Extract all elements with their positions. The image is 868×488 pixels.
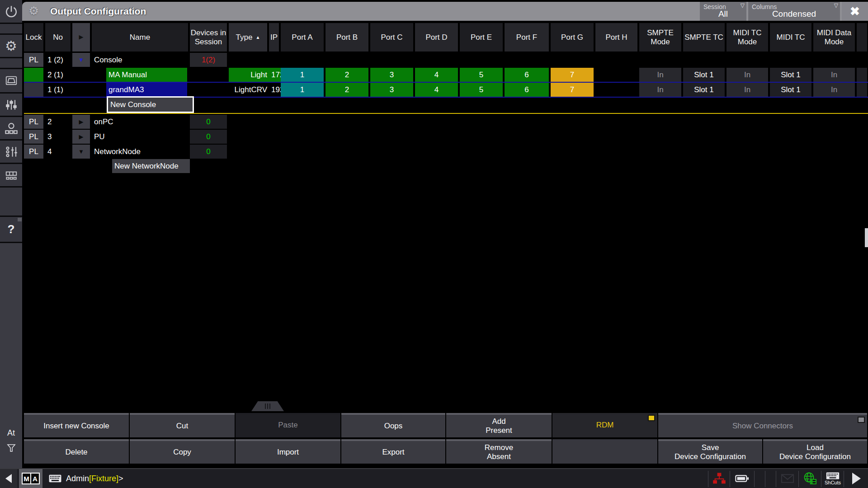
web-remote-button[interactable] <box>799 469 821 488</box>
command-prompt[interactable]: Admin[Fixture]> <box>66 474 123 483</box>
toolbar-button-insert-new-console[interactable]: Insert new Console <box>24 413 129 437</box>
cell-ma-manual-portA[interactable]: 1 <box>281 68 324 82</box>
cell-grandma3-portG[interactable]: 7 <box>551 83 594 97</box>
messages-button[interactable] <box>777 469 798 488</box>
toolbar-button-remove-absent[interactable]: Remove Absent <box>446 439 552 464</box>
cell-grandma3-type[interactable]: LightCRV <box>229 83 270 97</box>
session-dropdown[interactable]: Session All ▽ <box>700 2 746 21</box>
column-header-expand[interactable]: ▶ <box>72 23 90 52</box>
network-status-button[interactable] <box>709 469 730 488</box>
toolbar-button-rdm[interactable]: RDM <box>552 413 657 437</box>
column-header-smpteMode[interactable]: SMPTE Mode <box>639 23 681 52</box>
faders-button[interactable] <box>0 94 22 116</box>
cell-ma-manual-no[interactable]: 2 (1) <box>45 68 73 82</box>
cell-ma-manual-portD[interactable]: 4 <box>415 68 458 82</box>
cell-grandma3-smpteMode[interactable]: In <box>639 83 681 97</box>
network-button[interactable] <box>0 117 22 139</box>
column-header-portD[interactable]: Port D <box>415 23 458 52</box>
cell-grandma3-midiTC[interactable]: Slot 1 <box>770 83 811 97</box>
cell-grandma3-portA[interactable]: 1 <box>281 83 324 97</box>
cell-onpc-no[interactable]: 2 <box>45 115 73 129</box>
toolbar-button-add-present[interactable]: Add Present <box>446 413 552 437</box>
cell-grandma3-no[interactable]: 1 (1) <box>45 83 73 97</box>
cell-onpc-expand[interactable]: ▶ <box>72 115 90 129</box>
cell-grandma3-nameChild[interactable]: grandMA3 <box>106 83 187 97</box>
cell-console-no[interactable]: 1 (2) <box>45 53 73 67</box>
cell-pu-name[interactable]: PU <box>92 130 190 144</box>
close-button[interactable]: ✖ <box>842 2 868 21</box>
cell-grandma3-portE[interactable]: 5 <box>460 83 503 97</box>
cell-pu-lock[interactable]: PL <box>24 130 43 144</box>
cell-ma-manual-portB[interactable]: 2 <box>326 68 368 82</box>
column-header-portA[interactable]: Port A <box>281 23 324 52</box>
at-label[interactable]: At <box>0 428 22 438</box>
cell-onpc-name[interactable]: onPC <box>92 115 190 129</box>
column-header-lock[interactable]: Lock <box>24 23 43 52</box>
cell-grandma3-midiDataMode[interactable]: In <box>813 83 855 97</box>
cell-console-name[interactable]: Console <box>92 53 190 67</box>
cell-grandma3-midiTCMode[interactable]: In <box>726 83 768 97</box>
cell-onpc-devices[interactable]: 0 <box>190 115 227 129</box>
toolbar-button-row2-empty-5[interactable] <box>552 439 657 464</box>
column-header-devices[interactable]: Devices in Session <box>190 23 227 52</box>
column-header-type[interactable]: Type▲ <box>229 23 267 52</box>
column-header-smpteTC[interactable]: SMPTE TC <box>683 23 725 52</box>
console-keys-button[interactable] <box>0 164 22 186</box>
view-button[interactable] <box>0 69 22 92</box>
keyboard-button[interactable] <box>49 474 61 484</box>
cell-ma-manual-midiDataMode[interactable]: In <box>813 68 855 82</box>
column-header-midiTCMode[interactable]: MIDI TC Mode <box>726 23 768 52</box>
column-header-pad[interactable] <box>857 23 867 52</box>
toolbar-button-paste[interactable]: Paste <box>236 413 340 437</box>
new-networknode-cell[interactable]: New NetworkNode <box>112 159 190 173</box>
cell-ma-manual-portF[interactable]: 6 <box>505 68 549 82</box>
cell-ma-manual-smpteMode[interactable]: In <box>639 68 681 82</box>
cell-onpc-lock[interactable]: PL <box>24 115 43 129</box>
cell-ma-manual-midiTCMode[interactable]: In <box>726 68 768 82</box>
cell-ma-manual-portC[interactable]: 3 <box>370 68 413 82</box>
setup-button[interactable]: ⚙ <box>0 35 22 57</box>
column-header-portE[interactable]: Port E <box>460 23 503 52</box>
toolbar-button-delete[interactable]: Delete <box>24 439 129 464</box>
cell-networknode-lock[interactable]: PL <box>24 145 43 159</box>
column-header-portH[interactable]: Port H <box>595 23 637 52</box>
cell-console-devices[interactable]: 1(2) <box>190 53 227 67</box>
toolbar-button-export[interactable]: Export <box>341 439 445 464</box>
shortcuts-button[interactable]: ShCuts <box>822 469 844 488</box>
cell-grandma3-portD[interactable]: 4 <box>415 83 458 97</box>
toolbar-button-load-device-configuration[interactable]: Load Device Configuration <box>763 439 867 464</box>
columns-dropdown[interactable]: Columns Condensed ▽ <box>748 2 840 21</box>
table-scrollbar-thumb[interactable] <box>865 228 868 247</box>
column-header-midiTC[interactable]: MIDI TC <box>770 23 811 52</box>
name-edit-cell[interactable]: New Console <box>107 96 194 113</box>
filter-button[interactable] <box>0 443 22 454</box>
next-button[interactable] <box>846 469 866 488</box>
cell-pu-devices[interactable]: 0 <box>190 130 227 144</box>
cell-pu-expand[interactable]: ▶ <box>72 130 90 144</box>
toolbar-button-cut[interactable]: Cut <box>130 413 235 437</box>
cell-grandma3-portF[interactable]: 6 <box>505 83 549 97</box>
cell-ma-manual-nameChild[interactable]: MA Manual <box>106 68 187 82</box>
cell-ma-manual-midiTC[interactable]: Slot 1 <box>770 68 811 82</box>
column-header-portG[interactable]: Port G <box>551 23 594 52</box>
cell-grandma3-portB[interactable]: 2 <box>326 83 368 97</box>
cell-grandma3-smpteTC[interactable]: Slot 1 <box>683 83 725 97</box>
power-button[interactable] <box>0 1 22 23</box>
column-header-portB[interactable]: Port B <box>326 23 368 52</box>
battery-status-button[interactable] <box>731 469 754 488</box>
cell-ma-manual-type[interactable]: Light <box>229 68 270 82</box>
cell-grandma3-ip[interactable]: 192. <box>269 83 281 97</box>
cell-console-expand[interactable]: ▼ <box>72 53 90 67</box>
column-header-name[interactable]: Name <box>92 23 188 52</box>
column-header-ip[interactable]: IP <box>269 23 279 52</box>
cell-ma-manual-portE[interactable]: 5 <box>460 68 503 82</box>
cell-grandma3-lock[interactable] <box>24 83 43 97</box>
cell-grandma3-pad[interactable] <box>857 83 867 97</box>
cell-ma-manual-smpteTC[interactable]: Slot 1 <box>683 68 725 82</box>
toolbar-button-import[interactable]: Import <box>236 439 340 464</box>
cell-console-lock[interactable]: PL <box>24 53 43 67</box>
cell-ma-manual-lock[interactable] <box>24 68 43 82</box>
toolbar-button-show-connectors[interactable]: Show Connectors <box>658 413 867 437</box>
ma-menu-button[interactable]: MA <box>19 469 42 488</box>
toolbar-button-save-device-configuration[interactable]: Save Device Configuration <box>658 439 762 464</box>
